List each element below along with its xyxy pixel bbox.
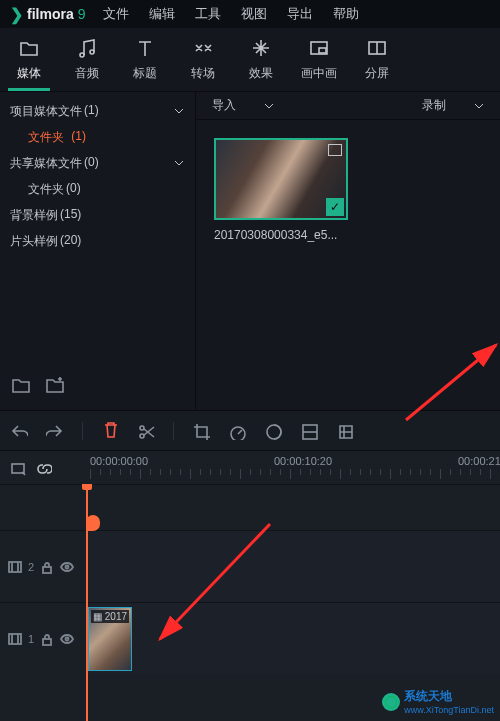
svg-point-1 bbox=[90, 50, 94, 54]
menu-view[interactable]: 视图 bbox=[241, 5, 267, 23]
sidebar-footer bbox=[0, 364, 195, 404]
track-label: 2 bbox=[28, 561, 34, 573]
tab-transition[interactable]: 转场 bbox=[174, 28, 232, 91]
clip-marker-icon[interactable] bbox=[86, 515, 100, 531]
tree-count: (1) bbox=[71, 129, 86, 146]
filmstrip-icon bbox=[328, 144, 342, 156]
trash-icon[interactable] bbox=[101, 420, 119, 438]
splitscreen-icon bbox=[366, 37, 388, 59]
media-sidebar: 项目媒体文件 (1) 文件夹 (1) 共享媒体文件 (0) 文件夹 (0) 背景… bbox=[0, 92, 196, 410]
tab-title[interactable]: 标题 bbox=[116, 28, 174, 91]
new-folder-plus-icon[interactable] bbox=[44, 374, 64, 394]
tab-pip[interactable]: 画中画 bbox=[290, 28, 348, 91]
tab-split-label: 分屏 bbox=[365, 65, 389, 82]
filmstrip-icon bbox=[8, 632, 22, 646]
tree-count: (0) bbox=[84, 155, 99, 172]
add-track-icon[interactable] bbox=[10, 460, 26, 476]
filmstrip-icon bbox=[8, 560, 22, 574]
record-dropdown[interactable]: 录制 bbox=[406, 97, 500, 114]
track-label: 1 bbox=[28, 633, 34, 645]
svg-rect-15 bbox=[9, 634, 21, 644]
app-brand: ❯ filmora 9 bbox=[10, 5, 85, 24]
tab-title-label: 标题 bbox=[133, 65, 157, 82]
adjust-icon[interactable] bbox=[336, 422, 354, 440]
tab-audio[interactable]: 音频 bbox=[58, 28, 116, 91]
timecode: 00:00:00:00 bbox=[90, 455, 148, 467]
scissors-icon[interactable] bbox=[137, 422, 155, 440]
svg-point-7 bbox=[140, 434, 144, 438]
tab-effect-label: 效果 bbox=[249, 65, 273, 82]
globe-icon bbox=[382, 693, 400, 711]
track-body[interactable] bbox=[86, 531, 500, 602]
color-icon[interactable] bbox=[264, 422, 282, 440]
tree-count: (15) bbox=[60, 207, 81, 224]
folder-icon bbox=[18, 37, 40, 59]
menu-tools[interactable]: 工具 bbox=[195, 5, 221, 23]
greenscreen-icon[interactable] bbox=[300, 422, 318, 440]
tree-label: 共享媒体文件 bbox=[10, 155, 82, 172]
filmora-logo-icon: ❯ bbox=[10, 5, 23, 24]
tree-label: 背景样例 bbox=[10, 207, 58, 224]
watermark-url: www.XiTongTianDi.net bbox=[404, 705, 494, 715]
menu-file[interactable]: 文件 bbox=[103, 5, 129, 23]
title-bar: ❯ filmora 9 文件 编辑 工具 视图 导出 帮助 bbox=[0, 0, 500, 28]
undo-icon[interactable] bbox=[10, 422, 28, 440]
track-body[interactable]: ▦ 2017 bbox=[86, 603, 500, 674]
tree-count: (1) bbox=[84, 103, 99, 120]
timecode: 00:00:21:1 bbox=[458, 455, 500, 467]
tree-label: 文件夹 bbox=[28, 181, 64, 198]
timecode: 00:00:10:20 bbox=[274, 455, 332, 467]
svg-line-18 bbox=[160, 524, 270, 639]
app-version: 9 bbox=[78, 6, 86, 22]
tab-effect[interactable]: 效果 bbox=[232, 28, 290, 91]
sidebar-item-folder-2[interactable]: 文件夹 (0) bbox=[0, 176, 195, 202]
tab-split[interactable]: 分屏 bbox=[348, 28, 406, 91]
sparkle-icon bbox=[250, 37, 272, 59]
speed-icon[interactable] bbox=[228, 422, 246, 440]
annotation-arrow bbox=[396, 340, 500, 430]
svg-rect-3 bbox=[319, 48, 326, 53]
import-dropdown[interactable]: 导入 bbox=[196, 97, 290, 114]
lock-icon[interactable] bbox=[40, 560, 54, 574]
thumbnail-grid: ✓ 20170308000334_e5... bbox=[196, 120, 500, 410]
playhead[interactable] bbox=[86, 484, 88, 721]
crop-icon[interactable] bbox=[192, 422, 210, 440]
tab-audio-label: 音频 bbox=[75, 65, 99, 82]
svg-rect-12 bbox=[9, 562, 21, 572]
redo-icon[interactable] bbox=[46, 422, 64, 440]
svg-rect-11 bbox=[12, 464, 24, 473]
svg-point-6 bbox=[140, 426, 144, 430]
work-area: 项目媒体文件 (1) 文件夹 (1) 共享媒体文件 (0) 文件夹 (0) 背景… bbox=[0, 92, 500, 410]
pip-icon bbox=[308, 37, 330, 59]
svg-point-0 bbox=[80, 53, 84, 57]
sidebar-item-project-media[interactable]: 项目媒体文件 (1) bbox=[0, 98, 195, 124]
tree-label: 文件夹 bbox=[28, 129, 64, 146]
tree-count: (20) bbox=[60, 233, 81, 250]
link-icon[interactable] bbox=[36, 460, 52, 476]
menu-help[interactable]: 帮助 bbox=[333, 5, 359, 23]
record-label: 录制 bbox=[422, 97, 446, 114]
thumbnail-image: ✓ bbox=[214, 138, 348, 220]
tab-transition-label: 转场 bbox=[191, 65, 215, 82]
check-icon: ✓ bbox=[326, 198, 344, 216]
timeline-tracks: 2 1 ▦ 2017 bbox=[0, 484, 500, 721]
tab-media-label: 媒体 bbox=[17, 65, 41, 82]
timeline-ruler[interactable]: 00:00:00:00 00:00:10:20 00:00:21:1 bbox=[86, 451, 500, 484]
media-thumbnail[interactable]: ✓ 20170308000334_e5... bbox=[214, 138, 348, 242]
timeline-clip[interactable]: ▦ 2017 bbox=[88, 607, 132, 671]
sidebar-item-intro-samples[interactable]: 片头样例 (20) bbox=[0, 228, 195, 254]
tool-tabs: 媒体 音频 标题 转场 效果 画中画 分屏 bbox=[0, 28, 500, 92]
watermark: 系统天地 www.XiTongTianDi.net bbox=[382, 688, 494, 715]
tab-media[interactable]: 媒体 bbox=[0, 28, 58, 91]
track-header: 1 bbox=[0, 603, 86, 674]
sidebar-item-shared-media[interactable]: 共享媒体文件 (0) bbox=[0, 150, 195, 176]
new-folder-icon[interactable] bbox=[10, 374, 30, 394]
eye-icon[interactable] bbox=[60, 560, 74, 574]
sidebar-item-bg-samples[interactable]: 背景样例 (15) bbox=[0, 202, 195, 228]
menu-edit[interactable]: 编辑 bbox=[149, 5, 175, 23]
app-name: filmora bbox=[27, 6, 74, 22]
eye-icon[interactable] bbox=[60, 632, 74, 646]
menu-export[interactable]: 导出 bbox=[287, 5, 313, 23]
sidebar-item-folder-1[interactable]: 文件夹 (1) bbox=[0, 124, 195, 150]
lock-icon[interactable] bbox=[40, 632, 54, 646]
